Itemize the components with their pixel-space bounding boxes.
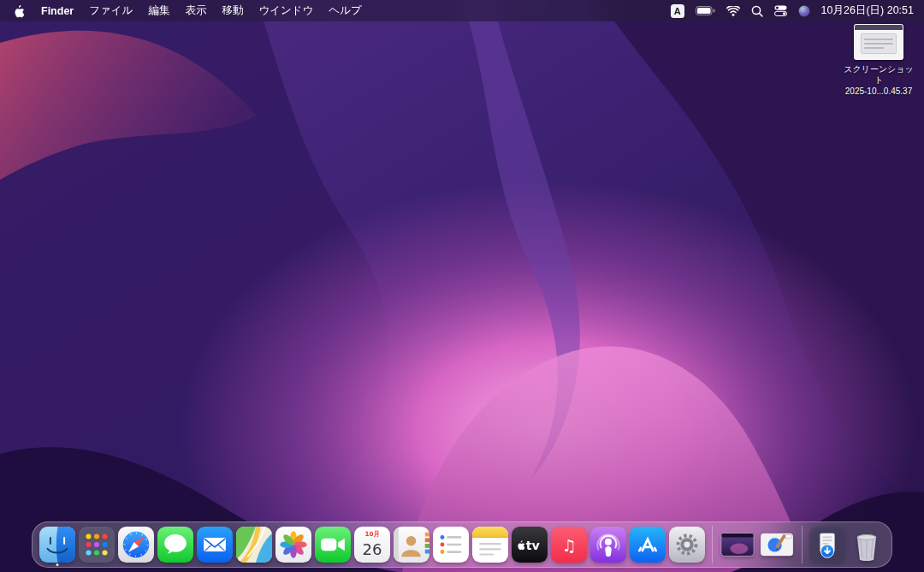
- menu-finder[interactable]: Finder: [33, 5, 81, 17]
- menu-window[interactable]: ウインドウ: [251, 3, 321, 18]
- file-label-line1: スクリーンショット: [842, 63, 915, 86]
- svg-text:tv: tv: [526, 539, 541, 552]
- notes-icon: [472, 527, 508, 563]
- menu-bar-left: Finder ファイル 編集 表示 移動 ウインドウ ヘルプ: [10, 3, 370, 18]
- dock-messages[interactable]: [157, 527, 193, 563]
- app-store-icon: [630, 527, 666, 563]
- maps-icon: [236, 527, 272, 563]
- launchpad-icon: [79, 527, 115, 563]
- desktop[interactable]: [0, 0, 924, 572]
- apple-tv-icon: tv: [512, 527, 548, 563]
- menu-bar-status: A: [671, 3, 914, 18]
- photos-icon: [275, 527, 311, 563]
- mail-icon: [197, 527, 233, 563]
- trash-icon: [849, 527, 885, 563]
- calendar-month: 10月: [364, 530, 379, 538]
- menubar-extra-icon[interactable]: [798, 5, 810, 17]
- menu-edit[interactable]: 編集: [140, 3, 177, 18]
- apple-menu[interactable]: [10, 4, 33, 18]
- dock-safari[interactable]: [118, 527, 154, 563]
- desktop-file-screenshot[interactable]: スクリーンショット 2025-10...0.45.37: [842, 24, 915, 97]
- dock-apple-tv[interactable]: tv: [512, 527, 548, 563]
- calendar-day: 26: [362, 540, 382, 558]
- dock-system-preferences[interactable]: [669, 527, 705, 563]
- reminders-icon: [433, 527, 469, 563]
- podcasts-icon: [590, 527, 626, 563]
- menu-go[interactable]: 移動: [214, 3, 251, 18]
- svg-text:♫: ♫: [561, 536, 576, 556]
- system-preferences-icon: [669, 527, 705, 563]
- dock-trash[interactable]: [849, 527, 885, 563]
- dock-minimized-window-2[interactable]: [759, 527, 795, 563]
- dock-minimized-window-1[interactable]: [720, 527, 755, 563]
- dock-launchpad[interactable]: [79, 527, 115, 563]
- minimized-window-2-icon: [759, 527, 795, 563]
- running-indicator: [56, 563, 59, 566]
- dock-downloads[interactable]: [809, 527, 845, 563]
- menu-bar: Finder ファイル 編集 表示 移動 ウインドウ ヘルプ A: [0, 0, 924, 21]
- downloads-icon: [809, 527, 845, 563]
- dock-calendar[interactable]: 10月 26: [354, 527, 390, 563]
- dock-maps[interactable]: [236, 527, 272, 563]
- facetime-icon: [315, 527, 351, 563]
- dock-music[interactable]: ♫: [551, 527, 587, 563]
- input-source-badge[interactable]: A: [671, 4, 684, 18]
- safari-icon: [118, 527, 154, 563]
- menu-file[interactable]: ファイル: [81, 3, 140, 18]
- finder-icon: [39, 527, 75, 563]
- search-icon[interactable]: [751, 5, 763, 17]
- dock-reminders[interactable]: [433, 527, 469, 563]
- dock-facetime[interactable]: [315, 527, 351, 563]
- dock-separator: [802, 526, 803, 563]
- calendar-icon: 10月 26: [354, 527, 390, 563]
- dock-app-store[interactable]: [630, 527, 666, 563]
- contacts-icon: [394, 527, 429, 563]
- dock-podcasts[interactable]: [590, 527, 626, 563]
- wallpaper-art: [0, 0, 924, 572]
- battery-icon[interactable]: [696, 6, 715, 15]
- wifi-icon[interactable]: [726, 6, 740, 16]
- minimized-window-1-icon: [720, 527, 755, 563]
- dock-mail[interactable]: [197, 527, 233, 563]
- dock-contacts[interactable]: [394, 527, 429, 563]
- menubar-clock[interactable]: 10月26日(日) 20:51: [821, 3, 914, 18]
- file-label-line2: 2025-10...0.45.37: [845, 86, 912, 97]
- dock-separator: [712, 526, 713, 563]
- control-center-icon[interactable]: [774, 5, 787, 16]
- dock-photos[interactable]: [275, 527, 311, 563]
- dock-notes[interactable]: [472, 527, 508, 563]
- dock: 10月 26: [32, 521, 892, 568]
- dock-finder[interactable]: [39, 527, 75, 563]
- menu-view[interactable]: 表示: [177, 3, 214, 18]
- music-icon: ♫: [551, 527, 587, 563]
- screenshot-thumbnail: [854, 24, 903, 60]
- messages-icon: [157, 527, 193, 563]
- menu-help[interactable]: ヘルプ: [321, 3, 369, 18]
- apple-logo-icon: [14, 4, 25, 18]
